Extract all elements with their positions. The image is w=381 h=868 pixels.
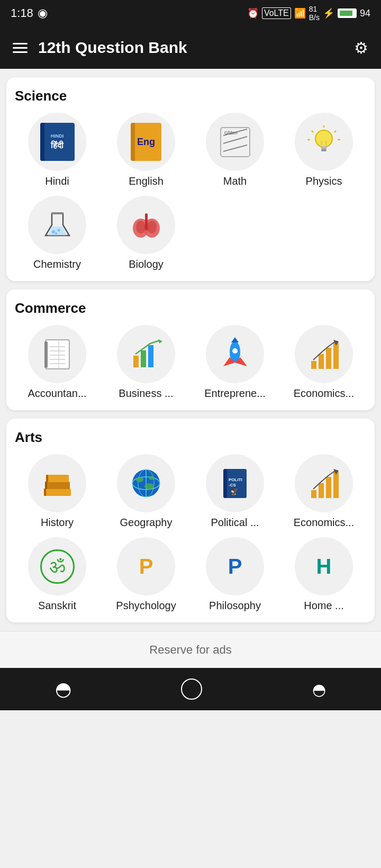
home-label: Home ...: [304, 600, 344, 612]
svg-rect-45: [326, 348, 331, 369]
arts-title: Arts: [15, 429, 366, 446]
subject-political[interactable]: POLITI -CS 🦅 Political ...: [193, 454, 277, 529]
svg-rect-49: [46, 482, 70, 489]
signal-bars-icon: 📶: [294, 7, 306, 19]
clock-icon: ⏰: [247, 7, 259, 19]
svg-rect-66: [311, 490, 316, 498]
economics-a-icon-circle: [295, 454, 353, 512]
accountancy-icon-circle: [28, 325, 86, 383]
svg-rect-46: [333, 342, 339, 369]
history-label: History: [41, 517, 74, 529]
status-left: 1:18 ◉: [11, 6, 48, 20]
nav-recent-button[interactable]: ◓: [312, 680, 326, 699]
history-icon-circle: [28, 454, 86, 512]
subject-history[interactable]: History: [15, 454, 99, 529]
battery-indicator: [338, 8, 357, 18]
subject-chemistry[interactable]: Chemistry: [15, 196, 99, 270]
svg-rect-6: [321, 146, 327, 149]
subject-philosophy[interactable]: P Philosophy: [193, 537, 277, 612]
subject-entrepreneurship[interactable]: Entreprene...: [193, 325, 277, 400]
hindi-label: Hindi: [45, 175, 69, 187]
psychology-letter-icon: P: [129, 549, 164, 584]
chemistry-label: Chemistry: [33, 258, 81, 270]
business-label: Business ...: [119, 387, 173, 400]
subject-physics[interactable]: Physics: [282, 113, 366, 187]
subject-geography[interactable]: Geography: [104, 454, 188, 529]
nav-home-button[interactable]: [181, 679, 202, 700]
svg-point-20: [55, 232, 57, 234]
svg-line-9: [334, 131, 336, 132]
physics-icon: [307, 125, 341, 159]
subject-psychology[interactable]: P Pshychology: [104, 537, 188, 612]
subject-business[interactable]: Business ...: [104, 325, 188, 400]
psychology-icon-circle: P: [117, 537, 175, 595]
hindi-icon-circle: HINDI हिंदी: [28, 113, 86, 171]
commerce-section: Commerce Accountan...: [6, 290, 375, 410]
app-title: 12th Question Bank: [38, 39, 343, 57]
subject-biology[interactable]: Biology: [104, 196, 188, 270]
subject-sanskrit[interactable]: ॐ Sanskrit: [15, 537, 99, 612]
svg-point-59: [144, 483, 154, 490]
geography-label: Geography: [120, 517, 173, 529]
status-right: ⏰ VoLTE 📶 81B/s ⚡ 94: [247, 5, 370, 22]
svg-rect-44: [319, 354, 324, 369]
svg-marker-37: [158, 339, 162, 343]
settings-icon[interactable]: ⚙: [354, 39, 368, 57]
home-icon-circle: H: [295, 537, 353, 595]
math-icon-circle: Gfden: [206, 113, 264, 171]
svg-point-19: [57, 229, 60, 231]
sanskrit-icon-circle: ॐ: [28, 537, 86, 595]
subject-home[interactable]: H Home ...: [282, 537, 366, 612]
svg-rect-67: [319, 483, 324, 498]
signal-icon: ◉: [38, 6, 48, 20]
arts-grid: History Geography: [15, 454, 366, 612]
menu-icon[interactable]: [13, 43, 28, 53]
entrepreneur-icon-circle: [206, 325, 264, 383]
subject-economics-arts[interactable]: Economics...: [282, 454, 366, 529]
svg-rect-62: [223, 469, 227, 498]
biology-label: Biology: [129, 258, 164, 270]
chemistry-icon: [40, 208, 75, 242]
subject-english[interactable]: Eng English: [104, 113, 188, 187]
sanskrit-label: Sanskrit: [38, 600, 76, 612]
math-icon: Gfden: [218, 125, 252, 159]
subject-math[interactable]: Gfden Math: [193, 113, 277, 187]
status-bar: 1:18 ◉ ⏰ VoLTE 📶 81B/s ⚡ 94: [0, 0, 381, 26]
svg-rect-34: [133, 356, 139, 367]
subject-economics-commerce[interactable]: Economics...: [282, 325, 366, 400]
biology-icon: [129, 208, 164, 242]
svg-line-11: [312, 131, 313, 132]
svg-point-24: [136, 221, 146, 233]
math-label: Math: [223, 175, 247, 187]
economics-c-label: Economics...: [294, 387, 354, 400]
ads-bar: Reserve for ads: [0, 631, 381, 668]
business-icon-circle: [117, 325, 175, 383]
geography-icon: [129, 466, 164, 501]
svg-point-41: [232, 348, 238, 354]
svg-rect-50: [47, 475, 69, 482]
svg-text:🦅: 🦅: [230, 487, 239, 496]
battery-pct: 94: [360, 8, 370, 19]
philosophy-letter-icon: P: [218, 549, 252, 584]
arts-section: Arts History: [6, 419, 375, 622]
economics-c-icon-circle: [295, 325, 353, 383]
time-display: 1:18: [11, 6, 33, 20]
svg-rect-53: [46, 475, 48, 482]
svg-rect-68: [326, 477, 331, 498]
subject-accountancy[interactable]: Accountan...: [15, 325, 99, 400]
svg-rect-33: [44, 341, 48, 368]
svg-text:POLITI: POLITI: [229, 477, 242, 482]
svg-rect-17: [51, 212, 64, 214]
history-icon: [40, 466, 75, 501]
subject-hindi[interactable]: HINDI हिंदी Hindi: [15, 113, 99, 187]
nav-back-button[interactable]: ◓: [55, 678, 71, 700]
economics-c-icon: [307, 337, 341, 372]
english-label: English: [129, 175, 164, 187]
biology-icon-circle: [117, 196, 175, 254]
accountancy-label: Accountan...: [28, 387, 86, 400]
om-symbol-icon: ॐ: [40, 549, 75, 584]
svg-marker-16: [48, 227, 67, 236]
business-icon: [129, 337, 164, 372]
svg-rect-51: [44, 489, 46, 496]
svg-rect-35: [141, 350, 146, 367]
